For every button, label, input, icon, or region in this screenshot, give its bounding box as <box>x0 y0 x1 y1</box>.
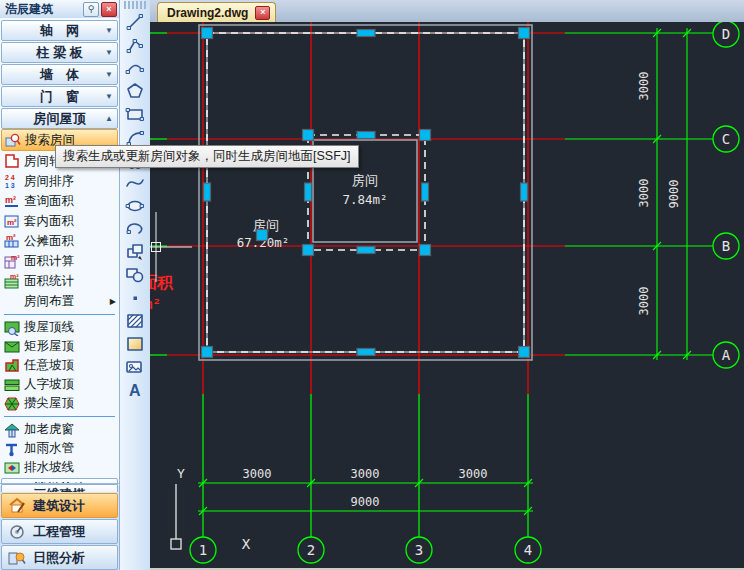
sidebar-item-room-sort[interactable]: 2 41 3 房间排序 <box>0 171 119 191</box>
raster-image-tool-icon[interactable] <box>123 356 147 377</box>
svg-text:D: D <box>722 26 730 42</box>
chevron-down-icon: ▼ <box>105 48 113 57</box>
sidebar-item-roof-any[interactable]: 任意坡顶 <box>0 356 119 375</box>
sidebar-item-area-suite[interactable]: m² 套内面积 <box>0 211 119 231</box>
nav-building-design[interactable]: 建筑设计 <box>1 493 118 518</box>
chevron-down-icon: ▼ <box>105 26 113 35</box>
sidebar-item-roof-rect[interactable]: 矩形屋顶 <box>0 337 119 356</box>
sidebar-item-area-query[interactable]: m² 查询面积 <box>0 191 119 211</box>
svg-text:面积: 面积 <box>150 273 174 292</box>
sidebar-item-drain-slope[interactable]: 排水坡线 <box>0 458 119 477</box>
sidebar-item-add-dormer[interactable]: 加老虎窗 <box>0 420 119 439</box>
room-sort-icon: 2 41 3 <box>3 173 20 189</box>
ucs-y-label: Y <box>177 466 185 481</box>
cad-drawing: 3000 3000 3000 9000 3000 3000 3000 9000 … <box>150 22 744 570</box>
nav-project-manage[interactable]: 工程管理 <box>1 519 118 544</box>
tab-close-icon[interactable]: × <box>255 6 270 20</box>
chevron-up-icon: ▲ <box>105 114 113 123</box>
dim-text: 3000 <box>637 287 651 316</box>
roof-search-icon <box>3 320 20 336</box>
sidebar-item-room-layout[interactable]: 房间布置 ▶ <box>0 291 119 311</box>
arc-3point-tool-icon[interactable] <box>123 57 147 78</box>
close-icon[interactable]: × <box>101 2 117 17</box>
svg-text:m²: m² <box>7 218 17 227</box>
ucs-x-label: X <box>242 536 251 552</box>
sidebar-group-column-beam-slab[interactable]: 柱 梁 板▼ <box>1 42 118 63</box>
svg-text:m²: m² <box>5 195 16 205</box>
ellipse-tool-icon[interactable] <box>123 195 147 216</box>
sidebar-item-area-calc[interactable]: m² 面积计算 <box>0 251 119 271</box>
clipped-area-label: 面积 m² <box>150 273 174 312</box>
sidebar-group-axis-grid[interactable]: 轴 网▼ <box>1 20 118 41</box>
chevron-down-icon: ▼ <box>105 70 113 79</box>
tool-palette: 浩辰建筑 ⚲ × 轴 网▼ 柱 梁 板▼ 墙 体▼ 门 窗▼ 房间屋顶▲ 搜索房… <box>0 0 120 570</box>
document-tabbar: Drawing2.dwg × <box>150 0 744 23</box>
rect-roof-icon <box>3 339 20 355</box>
chevron-down-icon: ▼ <box>105 92 113 101</box>
shared-area-icon: m² <box>3 233 20 249</box>
sun-analysis-icon <box>7 549 27 567</box>
dim-text: 9000 <box>351 495 380 509</box>
dim-text: 9000 <box>667 180 681 209</box>
area-calc-icon: m² <box>3 253 20 269</box>
dim-text: 3000 <box>243 467 272 481</box>
svg-text:2 4: 2 4 <box>5 174 15 181</box>
line-tool-icon[interactable] <box>123 11 147 32</box>
room-name: 房间 <box>352 173 378 188</box>
area-query-icon: m² <box>3 193 20 209</box>
gradient-tool-icon[interactable] <box>123 333 147 354</box>
ellipse-arc-tool-icon[interactable] <box>123 218 147 239</box>
spline-tool-icon[interactable] <box>123 172 147 193</box>
dormer-icon <box>3 422 20 438</box>
svg-text:m²: m² <box>10 273 19 280</box>
sidebar-item-roof-search[interactable]: 搜屋顶线 <box>0 318 119 337</box>
point-tool-icon[interactable] <box>123 287 147 308</box>
area-stats-icon: m² <box>3 273 20 289</box>
draw-toolbar: A <box>120 0 151 570</box>
polyline-tool-icon[interactable] <box>123 34 147 55</box>
palette-bottom-nav: 三维建模 建筑设计 工程管理 日照分析 <box>0 483 119 570</box>
hatch-tool-icon[interactable] <box>123 310 147 331</box>
suite-area-icon: m² <box>3 213 20 229</box>
sidebar-item-roof-gable[interactable]: 人字坡顶 <box>0 375 119 394</box>
sidebar-group-door-window[interactable]: 门 窗▼ <box>1 86 118 107</box>
sidebar-item-area-shared[interactable]: m² 公摊面积 <box>0 231 119 251</box>
sidebar-item-roof-pyramid[interactable]: 攒尖屋顶 <box>0 394 119 413</box>
nav-sun-analysis[interactable]: 日照分析 <box>1 545 118 570</box>
svg-text:A: A <box>129 382 141 399</box>
svg-text:m²: m² <box>150 296 161 312</box>
sidebar-group-3d-modeling-partial[interactable]: 三维建模 <box>0 483 119 492</box>
polygon-tool-icon[interactable] <box>123 80 147 101</box>
sidebar-item-add-rainpipe[interactable]: 加雨水管 <box>0 439 119 458</box>
dim-text: 3000 <box>637 72 651 101</box>
sidebar-group-wall[interactable]: 墙 体▼ <box>1 64 118 85</box>
svg-text:1 3: 1 3 <box>5 182 15 189</box>
svg-text:A: A <box>722 347 731 363</box>
copy-object-tool-icon[interactable] <box>123 241 147 262</box>
sidebar-item-area-stats[interactable]: m² 面积统计 <box>0 271 119 291</box>
dim-text: 3000 <box>351 467 380 481</box>
rain-pipe-icon <box>3 441 20 457</box>
any-slope-roof-icon <box>3 358 20 374</box>
toolbar-grip[interactable] <box>124 1 146 9</box>
pin-icon[interactable]: ⚲ <box>83 2 99 17</box>
svg-text:C: C <box>722 131 730 147</box>
sidebar-group-room-roof[interactable]: 房间屋顶▲ <box>1 108 118 129</box>
palette-title: 浩辰建筑 <box>5 1 81 18</box>
room-outline-icon <box>3 153 20 169</box>
text-tool-icon[interactable]: A <box>123 379 147 400</box>
rectangle-tool-icon[interactable] <box>123 103 147 124</box>
project-manage-icon <box>7 523 27 541</box>
gable-roof-icon <box>3 377 20 393</box>
command-tooltip: 搜索生成或更新房间对象，同时生成房间地面[SSFJ] <box>55 145 359 168</box>
svg-text:1: 1 <box>199 542 207 558</box>
menu-divider <box>4 416 115 417</box>
tab-drawing2[interactable]: Drawing2.dwg × <box>157 2 276 22</box>
drain-slope-icon <box>3 460 20 476</box>
dim-text: 3000 <box>637 179 651 208</box>
arc-tool-icon[interactable] <box>123 126 147 147</box>
axis-bubbles-right: D C B A <box>713 22 739 368</box>
drawing-canvas[interactable]: 3000 3000 3000 9000 3000 3000 3000 9000 … <box>150 22 744 570</box>
region-tool-icon[interactable] <box>123 264 147 285</box>
pyramid-roof-icon <box>3 396 20 412</box>
